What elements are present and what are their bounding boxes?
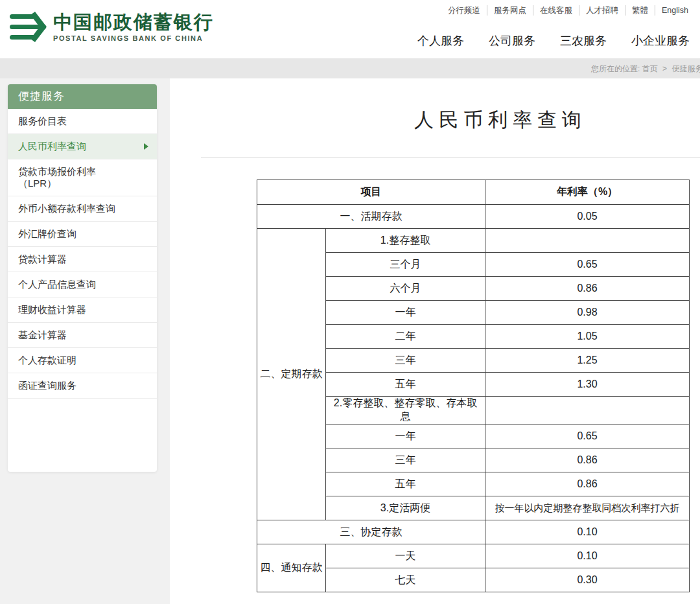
- sidebar-item-personal-deposit-certificate[interactable]: 个人存款证明: [8, 348, 157, 373]
- row-rate: 1.30: [485, 373, 690, 397]
- sidebar-item-loan-calculator[interactable]: 贷款计算器: [8, 247, 157, 272]
- col-header-rate: 年利率（%）: [485, 180, 690, 205]
- row-label-demand-deposit: 一、活期存款: [257, 205, 485, 229]
- bank-name-cn: 中国邮政储蓄银行: [53, 12, 214, 33]
- sidebar-item-foreign-currency-deposit-rate[interactable]: 外币小额存款利率查询: [8, 196, 157, 222]
- header-right: 分行频道 服务网点 在线客服 人才招聘 繁體 English 个人服务 公司服务…: [417, 5, 690, 49]
- row-rate: 1.05: [485, 325, 690, 349]
- row-rate: 0.86: [485, 277, 690, 301]
- row-label: 七天: [326, 568, 485, 592]
- sidebar-item-exchange-rate-query[interactable]: 外汇牌价查询: [8, 222, 157, 247]
- row-label: 六个月: [326, 277, 485, 301]
- breadcrumb-current[interactable]: 便捷服务: [671, 64, 700, 73]
- row-rate: [485, 229, 690, 253]
- site-header: 中国邮政储蓄银行 POSTAL SAVINGS BANK OF CHINA 分行…: [0, 0, 700, 58]
- nav-small-business-services[interactable]: 小企业服务: [631, 33, 690, 49]
- bank-logo[interactable]: 中国邮政储蓄银行 POSTAL SAVINGS BANK OF CHINA: [9, 10, 214, 44]
- link-branch-channel[interactable]: 分行频道: [448, 6, 480, 15]
- sidebar-item-personal-product-info[interactable]: 个人产品信息查询: [8, 272, 157, 297]
- main-content: 人民币利率查询 项目 年利率（%） 一、活期存款 0.05 二、定期存款 1.整…: [170, 78, 700, 604]
- nav-personal-services[interactable]: 个人服务: [417, 33, 464, 49]
- row-rate: 0.05: [485, 205, 690, 229]
- page-title: 人民币利率查询: [170, 107, 700, 134]
- breadcrumb-prefix: 您所在的位置:: [591, 64, 640, 73]
- main-nav: 个人服务 公司服务 三农服务 小企业服务: [417, 33, 690, 49]
- breadcrumb-home[interactable]: 首页: [642, 64, 658, 73]
- table-row: 一、活期存款 0.05: [257, 205, 690, 229]
- link-online-service[interactable]: 在线客服: [540, 6, 572, 15]
- bank-name-en: POSTAL SAVINGS BANK OF CHINA: [53, 34, 214, 42]
- sidebar-item-service-price-list[interactable]: 服务价目表: [8, 109, 157, 134]
- row-rate: 0.86: [485, 448, 690, 472]
- sidebar: 便捷服务 服务价目表 人民币利率查询 贷款市场报价利率 （LPR） 外币小额存款…: [8, 84, 157, 472]
- row-rate: 0.65: [485, 424, 690, 448]
- row-label: 五年: [326, 472, 485, 496]
- row-label: 一天: [326, 544, 485, 568]
- row-rate: [485, 397, 690, 424]
- row-label: 一年: [326, 424, 485, 448]
- row-label: 五年: [326, 373, 485, 397]
- sidebar-item-label: 人民币利率查询: [18, 141, 86, 152]
- breadcrumb: 您所在的位置: 首页 > 便捷服务: [591, 64, 700, 75]
- row-rate: 0.98: [485, 301, 690, 325]
- active-arrow-icon: [144, 143, 148, 150]
- table-row: 三、协定存款 0.10: [257, 520, 690, 544]
- breadcrumb-bar: 您所在的位置: 首页 > 便捷服务: [0, 58, 700, 78]
- sidebar-title: 便捷服务: [8, 84, 157, 109]
- col-header-item: 项目: [257, 180, 485, 205]
- row-rate: 0.30: [485, 568, 690, 592]
- sidebar-menu: 服务价目表 人民币利率查询 贷款市场报价利率 （LPR） 外币小额存款利率查询 …: [8, 109, 157, 399]
- row-label: 三个月: [326, 253, 485, 277]
- page-body: 便捷服务 服务价目表 人民币利率查询 贷款市场报价利率 （LPR） 外币小额存款…: [0, 78, 700, 604]
- row-label: 一年: [326, 301, 485, 325]
- bank-logo-icon: [9, 10, 47, 44]
- sidebar-item-fund-calculator[interactable]: 基金计算器: [8, 323, 157, 348]
- sidebar-item-lpr[interactable]: 贷款市场报价利率 （LPR）: [8, 159, 157, 196]
- link-english[interactable]: English: [662, 6, 688, 15]
- link-recruitment[interactable]: 人才招聘: [586, 6, 618, 15]
- link-traditional-chinese[interactable]: 繁體: [632, 6, 648, 15]
- group-notice-deposit: 四、通知存款: [257, 544, 326, 592]
- group-fixed-deposit: 二、定期存款: [257, 229, 326, 520]
- row-rate: 0.10: [485, 544, 690, 568]
- rmb-rate-table: 项目 年利率（%） 一、活期存款 0.05 二、定期存款 1.整存整取 三个月 …: [257, 180, 690, 592]
- row-label: 二年: [326, 325, 485, 349]
- row-rate: 0.10: [485, 520, 690, 544]
- row-rate: 0.86: [485, 472, 690, 496]
- sidebar-item-rmb-rate-query[interactable]: 人民币利率查询: [8, 134, 157, 159]
- sidebar-item-wealth-income-calculator[interactable]: 理财收益计算器: [8, 297, 157, 323]
- row-rate-note: 按一年以内定期整存整取同档次利率打六折: [485, 496, 690, 520]
- row-rate: 1.25: [485, 349, 690, 373]
- sidebar-item-confirmation-letter-service[interactable]: 函证查询服务: [8, 373, 157, 399]
- row-label: 三年: [326, 349, 485, 373]
- row-label: 3.定活两便: [326, 496, 485, 520]
- row-label-agreement-deposit: 三、协定存款: [257, 520, 485, 544]
- row-rate: 0.65: [485, 253, 690, 277]
- link-service-outlets[interactable]: 服务网点: [494, 6, 526, 15]
- row-label: 三年: [326, 448, 485, 472]
- nav-corporate-services[interactable]: 公司服务: [489, 33, 535, 49]
- row-label: 1.整存整取: [326, 229, 485, 253]
- breadcrumb-separator: >: [662, 64, 667, 73]
- nav-rural-services[interactable]: 三农服务: [560, 33, 607, 49]
- row-label: 2.零存整取、整存零取、存本取息: [326, 397, 485, 424]
- table-header-row: 项目 年利率（%）: [257, 180, 690, 205]
- table-row: 四、通知存款 一天 0.10: [257, 544, 690, 568]
- utility-links: 分行频道 服务网点 在线客服 人才招聘 繁體 English: [417, 5, 690, 16]
- table-row: 二、定期存款 1.整存整取: [257, 229, 690, 253]
- title-divider: [201, 157, 700, 158]
